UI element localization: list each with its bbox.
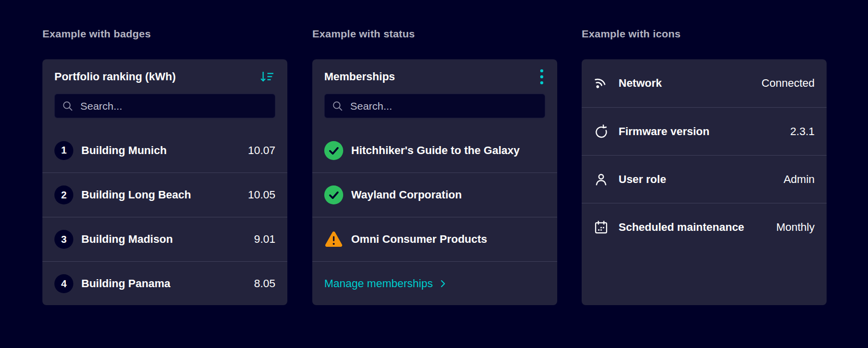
chevron-right-icon [440, 279, 446, 289]
rank-badge: 4 [54, 274, 73, 293]
rank-badge: 1 [54, 141, 73, 160]
membership-name: Wayland Corporation [351, 188, 545, 201]
manage-memberships-label: Manage memberships [324, 277, 433, 290]
info-row: Firmware version 2.3.1 [582, 107, 827, 155]
section-heading-status: Example with status [312, 28, 415, 40]
info-label: Scheduled maintenance [619, 221, 766, 234]
info-label: Network [619, 77, 752, 90]
calendar-icon [594, 220, 609, 235]
membership-row: Hitchhiker's Guide to the Galaxy [312, 128, 557, 173]
kebab-menu-icon [539, 68, 544, 85]
device-info-card: Network Connected Firmware version 2.3.1 [582, 59, 827, 305]
kebab-menu-button[interactable] [538, 67, 545, 86]
ranking-row: 1 Building Munich 10.07 [42, 128, 287, 173]
memberships-card: Memberships [312, 59, 557, 305]
building-name: Building Munich [81, 144, 241, 157]
kwh-value: 8.05 [254, 277, 275, 290]
ranking-row: 2 Building Long Beach 10.05 [42, 173, 287, 217]
search-icon [332, 100, 344, 112]
building-name: Building Madison [81, 233, 247, 246]
section-badges: Example with badges Portfolio ranking (k… [42, 0, 287, 348]
portfolio-ranking-card: Portfolio ranking (kWh) [42, 59, 287, 305]
search-input[interactable] [80, 100, 268, 112]
info-label: User role [619, 173, 774, 186]
ranking-row: 4 Building Panama 8.05 [42, 261, 287, 305]
card-title-memberships: Memberships [324, 70, 395, 83]
reset-icon [594, 124, 609, 139]
success-check-icon [324, 141, 343, 160]
info-label: Firmware version [619, 125, 780, 138]
card-title-portfolio-ranking: Portfolio ranking (kWh) [54, 70, 176, 83]
network-icon [594, 76, 609, 91]
portfolio-search-field[interactable] [54, 94, 275, 118]
rank-badge: 3 [54, 230, 73, 249]
info-row: Network Connected [582, 59, 827, 107]
kwh-value: 9.01 [254, 233, 275, 246]
section-status: Example with status Memberships [312, 0, 557, 348]
membership-row: Omni Consumer Products [312, 217, 557, 261]
section-heading-badges: Example with badges [42, 28, 151, 40]
kwh-value: 10.07 [248, 144, 275, 157]
info-value: Admin [784, 173, 815, 186]
memberships-search-field[interactable] [324, 94, 545, 118]
info-value: 2.3.1 [790, 125, 815, 138]
membership-row: Wayland Corporation [312, 173, 557, 217]
membership-name: Omni Consumer Products [351, 233, 545, 246]
info-value: Connected [762, 77, 815, 90]
success-check-icon [324, 185, 343, 204]
ranking-row: 3 Building Madison 9.01 [42, 217, 287, 261]
info-value: Monthly [776, 221, 815, 234]
sort-descending-button[interactable] [258, 68, 275, 85]
search-input[interactable] [350, 100, 538, 112]
section-heading-icons: Example with icons [582, 28, 681, 40]
card-header: Memberships [312, 59, 557, 94]
warning-triangle-icon [324, 230, 343, 249]
user-icon [594, 172, 609, 187]
ranking-list: 1 Building Munich 10.07 2 Building Long … [42, 128, 287, 305]
sort-descending-icon [259, 69, 274, 84]
building-name: Building Long Beach [81, 188, 241, 201]
manage-memberships-link[interactable]: Manage memberships [324, 277, 446, 290]
membership-name: Hitchhiker's Guide to the Galaxy [351, 144, 545, 157]
info-row: Scheduled maintenance Monthly [582, 203, 827, 251]
rank-badge: 2 [54, 185, 73, 204]
section-icons: Example with icons Network Connected [582, 0, 827, 348]
search-icon [62, 100, 74, 112]
memberships-list: Hitchhiker's Guide to the Galaxy Wayland… [312, 128, 557, 305]
card-footer: Manage memberships [312, 261, 557, 305]
kwh-value: 10.05 [248, 188, 275, 201]
building-name: Building Panama [81, 277, 247, 290]
info-row: User role Admin [582, 155, 827, 203]
card-header: Portfolio ranking (kWh) [42, 59, 287, 94]
